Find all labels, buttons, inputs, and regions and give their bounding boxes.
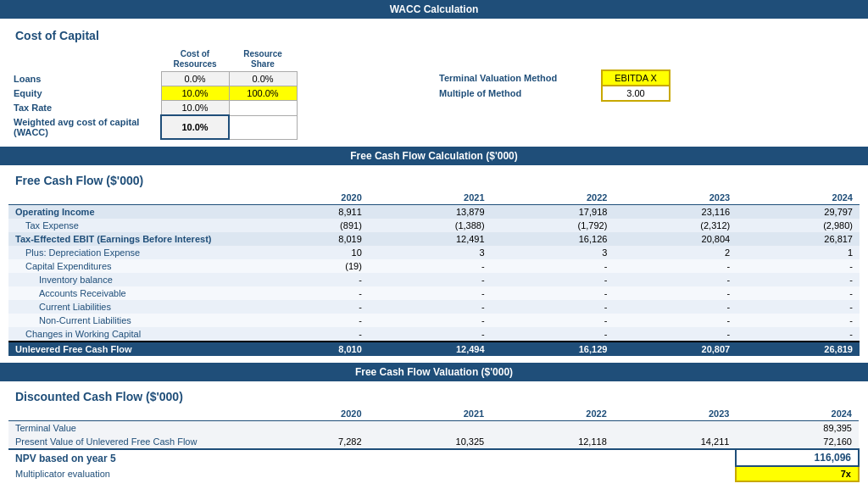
multiple-method-row: Multiple of Method 3.00: [432, 86, 670, 101]
val-row-terminal: Terminal Value 89,395: [8, 421, 859, 436]
fcf-row-operating-income: Operating Income 8,911 13,879 17,918 23,…: [8, 205, 860, 219]
fcf-row-ebit: Tax-Effected EBIT (Earnings Before Inter…: [8, 232, 860, 246]
wacc-row-equity: Equity 10.0% 100.0%: [8, 86, 297, 101]
wacc-header: WACC Calculation: [0, 0, 868, 19]
fcf-row-current-liab: Current Liabilities - - - - -: [8, 300, 860, 314]
fcf-row-capex: Capital Expenditures (19) - - - -: [8, 259, 860, 273]
fcf-row-working-capital: Changes in Working Capital - - - - -: [8, 327, 860, 342]
fcf-row-noncurrent-liab: Non-Current Liabilities - - - - -: [8, 314, 860, 327]
fcf-header: Free Cash Flow Calculation ($'000): [0, 147, 868, 165]
wacc-row-loans: Loans 0.0% 0.0%: [8, 72, 297, 86]
valuation-subheader: Discounted Cash Flow ($'000): [8, 385, 860, 407]
fcf-row-total: Unlevered Free Cash Flow 8,010 12,494 16…: [8, 342, 860, 356]
wacc-subheader: Cost of Capital: [8, 24, 860, 46]
terminal-method-row: Terminal Valuation Method EBITDA X: [432, 70, 670, 86]
col-header-cost: Cost ofResources: [161, 47, 229, 72]
fcf-year-header: 2020 2021 2022 2023 2024: [8, 191, 860, 205]
fcf-row-ar: Accounts Receivable - - - - -: [8, 286, 860, 300]
wacc-row-wacc: Weighted avg cost of capital (WACC) 10.0…: [8, 115, 297, 139]
val-row-pv: Present Value of Unlevered Free Cash Flo…: [8, 435, 859, 449]
val-row-mult: Multiplicator evaluation 7x: [8, 466, 859, 481]
col-header-share: ResourceShare: [229, 47, 297, 72]
valuation-header: Free Cash Flow Valuation ($'000): [0, 363, 868, 381]
fcf-subheader: Free Cash Flow ($'000): [8, 169, 860, 191]
fcf-row-depreciation: Plus: Depreciation Expense 10 3 3 2 1: [8, 246, 860, 259]
wacc-row-taxrate: Tax Rate 10.0%: [8, 101, 297, 116]
val-year-header: 2020 2021 2022 2023 2024: [8, 407, 859, 421]
val-row-npv: NPV based on year 5 116,096: [8, 449, 859, 466]
fcf-row-tax-expense: Tax Expense (891) (1,388) (1,792) (2,312…: [8, 219, 860, 232]
fcf-row-inventory: Inventory balance - - - - -: [8, 273, 860, 286]
